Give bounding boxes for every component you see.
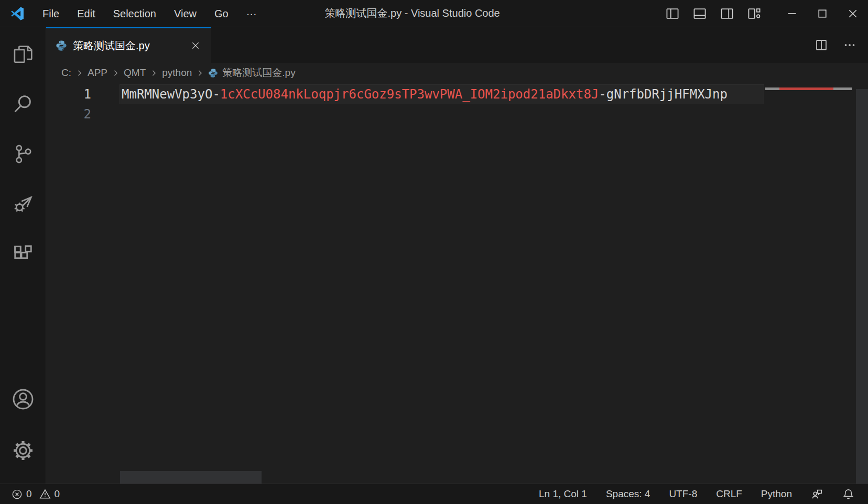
tab-close-icon[interactable] <box>188 38 203 53</box>
cursor-position[interactable]: Ln 1, Col 1 <box>539 488 587 500</box>
layout-sidebar-left-icon[interactable] <box>665 6 680 21</box>
chevron-right-icon <box>75 69 84 78</box>
status-bar: 0 0 Ln 1, Col 1 Spaces: 4 UTF-8 CRLF Pyt… <box>0 484 868 504</box>
close-icon[interactable] <box>838 0 868 27</box>
line-number: 2 <box>46 104 120 124</box>
bell-icon[interactable] <box>842 488 854 500</box>
source-control-icon[interactable] <box>0 129 46 179</box>
menu-view[interactable]: View <box>165 0 205 27</box>
line-number-gutter: 1 2 <box>46 83 120 484</box>
search-icon[interactable] <box>0 79 46 129</box>
breadcrumb: C: APP QMT python 策略测试国金.py <box>46 63 868 83</box>
warning-count: 0 <box>55 488 60 500</box>
explorer-icon[interactable] <box>0 29 46 79</box>
python-file-icon <box>208 68 218 78</box>
run-debug-icon[interactable] <box>0 179 46 228</box>
extensions-icon[interactable] <box>0 228 46 278</box>
code-token: -gNrfbDRjjHFMXJnp <box>599 87 728 102</box>
python-file-icon <box>56 40 67 51</box>
warning-icon <box>39 488 51 500</box>
chevron-right-icon <box>111 69 120 78</box>
maximize-icon[interactable] <box>807 0 838 27</box>
layout-sidebar-right-icon[interactable] <box>719 6 735 21</box>
breadcrumb-folder-python[interactable]: python <box>162 67 192 79</box>
tab-bar: 策略测试国金.py <box>46 27 868 63</box>
breadcrumb-drive[interactable]: C: <box>61 67 71 79</box>
code-line-1: MmRMNewVp3yO-1cXCcU084nkLoqpjr6cGoz9sTP3… <box>120 84 764 104</box>
activity-bar <box>0 27 46 484</box>
minimap-line-1 <box>765 87 852 90</box>
eol-sequence[interactable]: CRLF <box>716 488 742 500</box>
menu-selection[interactable]: Selection <box>104 0 165 27</box>
breadcrumb-folder-qmt[interactable]: QMT <box>124 67 146 79</box>
minimap[interactable] <box>764 83 856 484</box>
code-region[interactable]: MmRMNewVp3yO-1cXCcU084nkLoqpjr6cGoz9sTP3… <box>120 83 764 484</box>
tab-label: 策略测试国金.py <box>73 39 182 53</box>
language-mode[interactable]: Python <box>761 488 792 500</box>
title-bar: File Edit Selection View Go ··· 策略测试国金.p… <box>0 0 868 27</box>
menu-edit[interactable]: Edit <box>68 0 104 27</box>
more-actions-icon[interactable] <box>843 38 856 52</box>
menu-more[interactable]: ··· <box>237 0 266 27</box>
line-number: 1 <box>46 84 120 104</box>
encoding[interactable]: UTF-8 <box>669 488 697 500</box>
split-editor-icon[interactable] <box>815 38 828 52</box>
problems-button[interactable]: 0 0 <box>12 488 60 500</box>
editor[interactable]: 1 2 MmRMNewVp3yO-1cXCcU084nkLoqpjr6cGoz9… <box>46 83 868 484</box>
chevron-right-icon <box>149 69 158 78</box>
menu-file[interactable]: File <box>34 0 68 27</box>
account-icon[interactable] <box>0 374 46 425</box>
vertical-scrollbar[interactable] <box>856 83 868 484</box>
chevron-right-icon <box>196 69 204 78</box>
code-token-red: 1cXCcU084nkLoqpjr6cGoz9sTP3wvPWA_IOM2ipo… <box>220 87 599 102</box>
breadcrumb-file[interactable]: 策略测试国金.py <box>222 66 295 80</box>
feedback-icon[interactable] <box>811 488 823 500</box>
code-line-2 <box>120 104 764 124</box>
layout-panel-icon[interactable] <box>692 6 708 21</box>
minimize-icon[interactable] <box>777 0 807 27</box>
menu-bar: File Edit Selection View Go ··· <box>34 0 266 27</box>
settings-gear-icon[interactable] <box>0 425 46 476</box>
vscode-logo <box>10 7 24 20</box>
tab-file[interactable]: 策略测试国金.py <box>46 27 211 63</box>
menu-go[interactable]: Go <box>205 0 237 27</box>
error-count: 0 <box>26 488 32 500</box>
horizontal-scrollbar-thumb[interactable] <box>120 471 262 484</box>
code-token: MmRMNewVp3yO- <box>122 87 220 102</box>
customize-layout-icon[interactable] <box>746 6 762 21</box>
error-icon <box>12 489 23 500</box>
window-title: 策略测试国金.py - Visual Studio Code <box>324 6 500 20</box>
vertical-scrollbar-thumb[interactable] <box>856 89 868 484</box>
indentation[interactable]: Spaces: 4 <box>606 488 650 500</box>
breadcrumb-folder-app[interactable]: APP <box>88 67 107 79</box>
